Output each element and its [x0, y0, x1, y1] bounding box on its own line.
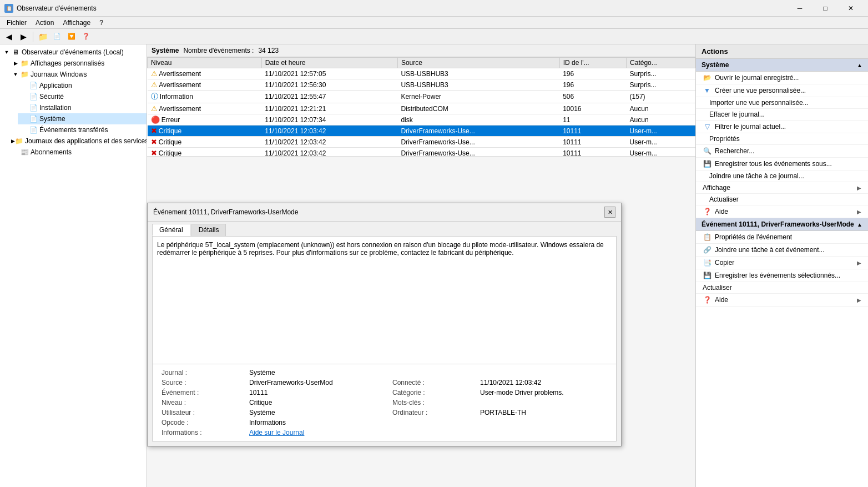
cell-id: 10111 [559, 125, 626, 137]
section-systeme[interactable]: Système ▲ [696, 59, 868, 72]
col-category[interactable]: Catégo... [627, 58, 695, 68]
action-creer-vue[interactable]: ▼ Créer une vue personnalisée... [696, 84, 868, 97]
log-name: Système [152, 47, 179, 54]
utilisateur-value: Système [249, 409, 388, 416]
toolbar: ◀ ▶ 📁 📄 🔽 ❓ [0, 29, 868, 44]
action-enregistrer-selection[interactable]: 💾 Enregistrer les événements sélectionné… [696, 269, 868, 282]
cell-id: 10111 [559, 137, 626, 148]
action-label: Aide [715, 208, 728, 215]
menu-bar: Fichier Action Affichage ? [0, 17, 868, 29]
action-left: ❓ Aide [703, 295, 728, 304]
niveau-value: Critique [249, 399, 388, 406]
informations-link[interactable]: Aide sur le Journal [249, 429, 388, 436]
forward-button[interactable]: ▶ [17, 31, 30, 43]
action-rechercher[interactable]: 🔍 Rechercher... [696, 145, 868, 158]
evenement-label: Événement : [162, 389, 245, 396]
cell-date: 11/10/2021 12:07:34 [261, 114, 397, 125]
dialog-titlebar: Événement 10111, DriverFrameworks-UserMo… [148, 203, 621, 222]
tree-windows-logs[interactable]: ▼ 📁 Journaux Windows [9, 69, 147, 80]
open-button[interactable]: 📁 [36, 31, 49, 43]
filter-button[interactable]: 🔽 [65, 31, 78, 43]
action-label: Affichage [703, 184, 730, 192]
tree-subscriptions[interactable]: 📰 Abonnements [9, 147, 147, 158]
action-proprietes-evenement[interactable]: 📋 Propriétés de l'événement [696, 231, 868, 244]
action-label: Enregistrer les événements sélectionnés.… [715, 272, 840, 279]
table-row[interactable]: 🔴 Erreur 11/10/2021 12:07:34 disk 11 Auc… [148, 114, 695, 125]
action-importer-vue[interactable]: Importer une vue personnalisée... [696, 97, 868, 109]
expand-icon: ▶ [11, 61, 20, 66]
cell-source: DriverFrameworks-Use... [397, 125, 559, 137]
cell-category: (157) [627, 91, 695, 103]
menu-affichage[interactable]: Affichage [58, 18, 95, 28]
action-joindre-tache[interactable]: Joindre une tâche à ce journal... [696, 170, 868, 182]
action-joindre-tache-evenement[interactable]: 🔗 Joindre une tâche à cet événement... [696, 244, 868, 257]
action-aide-2[interactable]: ❓ Aide ▶ [696, 294, 868, 307]
collapse-icon: ▲ [857, 222, 862, 228]
log-icon: 📄 [29, 81, 38, 90]
empty3 [392, 429, 476, 436]
action-effacer[interactable]: Effacer le journal... [696, 109, 868, 121]
tree-custom-views[interactable]: ▶ 📁 Affichages personnalisés [9, 58, 147, 69]
cell-id: 506 [559, 91, 626, 103]
tree-label: Journaux des applications et des service… [25, 137, 147, 145]
menu-action[interactable]: Action [31, 18, 58, 28]
action-affichage[interactable]: Affichage ▶ [696, 182, 868, 194]
tree-root[interactable]: ▼ 🖥 Observateur d'événements (Local) [0, 47, 147, 58]
table-row[interactable]: ✖ Critique 11/10/2021 12:03:42 DriverFra… [148, 137, 695, 148]
main-layout: ▼ 🖥 Observateur d'événements (Local) ▶ 📁… [0, 44, 868, 487]
back-button[interactable]: ◀ [2, 31, 16, 43]
cell-date: 11/10/2021 12:03:42 [261, 137, 397, 148]
expand-icon: ▼ [11, 72, 20, 77]
action-ouvrir[interactable]: 📂 Ouvrir le journal enregistré... [696, 72, 868, 84]
tree-system[interactable]: 📄 Système [18, 113, 147, 124]
cell-id: 11 [559, 114, 626, 125]
close-button[interactable]: ✕ [838, 0, 864, 17]
action-enregistrer-tous[interactable]: 💾 Enregistrer tous les événements sous..… [696, 158, 868, 170]
tree-security[interactable]: 📄 Sécurité [18, 91, 147, 102]
copy-button[interactable]: 📄 [51, 31, 64, 43]
action-aide-1[interactable]: ❓ Aide ▶ [696, 205, 868, 218]
action-actualiser-2[interactable]: Actualiser [696, 282, 868, 294]
events-table-container[interactable]: Niveau Date et heure Source ID de l'... … [147, 57, 695, 157]
table-row[interactable]: ✖ Critique 11/10/2021 12:03:42 DriverFra… [148, 148, 695, 158]
section-event[interactable]: Événement 10111, DriverFrameworks-UserMo… [696, 218, 868, 231]
tab-general[interactable]: Général [152, 224, 190, 236]
table-row[interactable]: ⓘ Information 11/10/2021 12:55:47 Kernel… [148, 91, 695, 103]
arrow-icon: ▶ [857, 297, 861, 303]
log-icon: 📄 [29, 92, 38, 101]
arrow-icon: ▶ [857, 260, 861, 266]
section-systeme-label: Système [702, 61, 729, 69]
level-icon: ✖ [151, 138, 157, 146]
help-button[interactable]: ❓ [79, 31, 93, 43]
event-dialog: Événement 10111, DriverFrameworks-UserMo… [147, 203, 622, 446]
table-row[interactable]: ⚠ Avertissement 11/10/2021 12:21:21 Dist… [148, 103, 695, 114]
cell-source: Kernel-Power [397, 91, 559, 103]
tab-details[interactable]: Détails [191, 224, 226, 236]
tree-application[interactable]: 📄 Application [18, 80, 147, 91]
col-source[interactable]: Source [397, 58, 559, 68]
collapse-icon: ▲ [857, 62, 862, 68]
cell-source: DriverFrameworks-Use... [397, 137, 559, 148]
cell-id: 10111 [559, 148, 626, 158]
table-row[interactable]: ⚠ Avertissement 11/10/2021 12:57:05 USB-… [148, 68, 695, 79]
col-niveau[interactable]: Niveau [148, 58, 262, 68]
minimize-button[interactable]: ─ [787, 0, 813, 17]
action-filtrer[interactable]: ▽ Filtrer le journal actuel... [696, 121, 868, 133]
maximize-button[interactable]: □ [813, 0, 838, 17]
dialog-close-button[interactable]: ✕ [604, 207, 615, 218]
table-row[interactable]: ⚠ Avertissement 11/10/2021 12:56:30 USB-… [148, 79, 695, 91]
dialog-tabs: Général Détails [148, 222, 621, 236]
col-date[interactable]: Date et heure [261, 58, 397, 68]
tree-app-services[interactable]: ▶ 📁 Journaux des applications et des ser… [9, 135, 147, 147]
menu-fichier[interactable]: Fichier [2, 18, 31, 28]
actions-header: Actions [696, 44, 868, 59]
tree-installation[interactable]: 📄 Installation [18, 102, 147, 113]
action-label: Aide [715, 296, 728, 304]
tree-forwarded[interactable]: 📄 Événements transférés [18, 124, 147, 135]
action-copier[interactable]: 📑 Copier ▶ [696, 257, 868, 269]
table-row[interactable]: ✖ Critique 11/10/2021 12:03:42 DriverFra… [148, 125, 695, 137]
menu-help[interactable]: ? [95, 18, 108, 28]
col-id[interactable]: ID de l'... [559, 58, 626, 68]
action-proprietes[interactable]: Propriétés [696, 133, 868, 145]
action-actualiser-1[interactable]: Actualiser [696, 194, 868, 205]
